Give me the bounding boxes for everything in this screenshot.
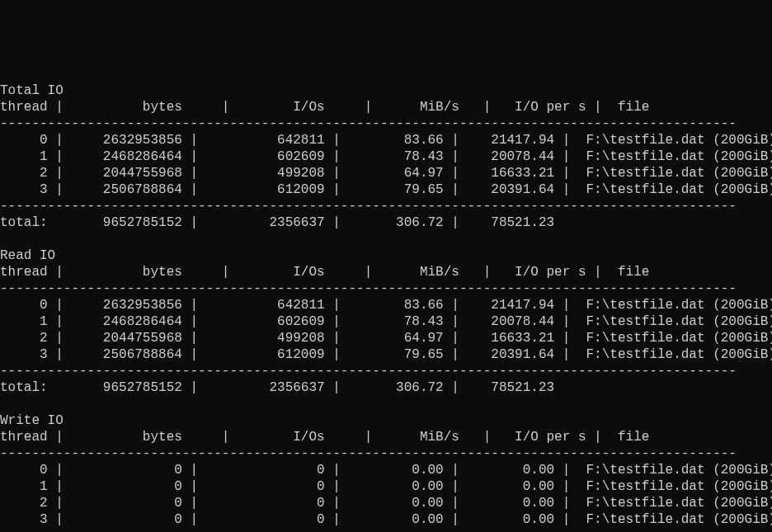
total-row: total: 9652785152 | 2356637 | 306.72 | 7… [0,379,772,396]
table-row: 0 | 2632953856 | 642811 | 83.66 | 21417.… [0,132,772,148]
separator-line: ----------------------------------------… [0,115,772,132]
blank-line [0,231,772,247]
table-row: 3 | 2506788864 | 612009 | 79.65 | 20391.… [0,346,772,363]
section-title: Read IO [0,247,772,264]
table-row: 3 | 0 | 0 | 0.00 | 0.00 | F:\testfile.da… [0,511,772,528]
separator-line: ----------------------------------------… [0,528,772,532]
table-row: 1 | 2468286464 | 602609 | 78.43 | 20078.… [0,148,772,165]
separator-line: ----------------------------------------… [0,445,772,462]
table-row: 2 | 2044755968 | 499208 | 64.97 | 16633.… [0,330,772,346]
table-row: 2 | 0 | 0 | 0.00 | 0.00 | F:\testfile.da… [0,495,772,511]
section-title: Total IO [0,82,772,99]
table-row: 0 | 0 | 0 | 0.00 | 0.00 | F:\testfile.da… [0,462,772,478]
table-row: 0 | 2632953856 | 642811 | 83.66 | 21417.… [0,297,772,313]
total-row: total: 9652785152 | 2356637 | 306.72 | 7… [0,214,772,231]
separator-line: ----------------------------------------… [0,280,772,297]
separator-line: ----------------------------------------… [0,363,772,379]
blank-line [0,396,772,412]
section-title: Write IO [0,412,772,429]
table-row: 3 | 2506788864 | 612009 | 79.65 | 20391.… [0,181,772,198]
table-row: 1 | 0 | 0 | 0.00 | 0.00 | F:\testfile.da… [0,478,772,495]
table-row: 2 | 2044755968 | 499208 | 64.97 | 16633.… [0,165,772,181]
table-header: thread | bytes | I/Os | MiB/s | I/O per … [0,264,772,280]
table-header: thread | bytes | I/Os | MiB/s | I/O per … [0,429,772,445]
separator-line: ----------------------------------------… [0,198,772,214]
table-row: 1 | 2468286464 | 602609 | 78.43 | 20078.… [0,313,772,330]
table-header: thread | bytes | I/Os | MiB/s | I/O per … [0,99,772,115]
terminal-output: Total IOthread | bytes | I/Os | MiB/s | … [0,82,772,532]
